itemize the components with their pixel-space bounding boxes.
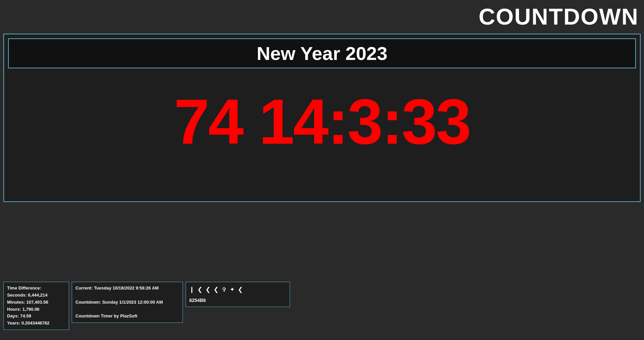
- minutes-line: Minutes: 107,403.56: [7, 299, 65, 306]
- countdown-display: 74 14:3:33: [174, 85, 470, 158]
- app-title: COUNTDOWN: [479, 3, 639, 30]
- current-info-box: Current: Tuesday 10/18/2022 9:56:26 AM C…: [72, 282, 183, 323]
- main-panel: New Year 2023 74 14:3:33: [3, 34, 641, 202]
- stats-title: Time Difference:: [7, 285, 65, 292]
- symbol-row: ❙ ❮ ❮ ❮ ✞ ✦ ❮: [189, 285, 286, 295]
- symbol-hash-box: ❙ ❮ ❮ ❮ ✞ ✦ ❮ 6254B6: [186, 282, 290, 307]
- hours-line: Hours: 1,790.06: [7, 306, 65, 313]
- current-datetime: Current: Tuesday 10/18/2022 9:56:26 AM: [75, 285, 179, 292]
- bottom-panels: Time Difference: Seconds: 6,444,214 Minu…: [3, 282, 290, 330]
- time-difference-box: Time Difference: Seconds: 6,444,214 Minu…: [3, 282, 69, 330]
- hash-value: 6254B6: [189, 297, 286, 304]
- seconds-line: Seconds: 6,444,214: [7, 292, 65, 299]
- days-line: Days: 74.59: [7, 313, 65, 320]
- event-name-box: New Year 2023: [8, 38, 636, 68]
- branding-text: Countdown Timer by PlazSoft: [75, 313, 179, 320]
- event-name-text: New Year 2023: [257, 43, 387, 64]
- countdown-datetime: Countdown: Sunday 1/1/2023 12:00:00 AM: [75, 299, 179, 306]
- years-line: Years: 0.2043446782: [7, 320, 65, 327]
